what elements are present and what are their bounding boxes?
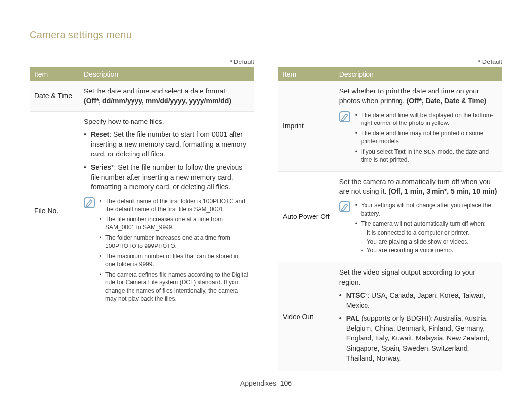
col-header-description: Description <box>79 67 254 81</box>
table-row: Date & Time Set the date and time and se… <box>30 81 254 111</box>
col-header-item: Item <box>30 67 79 81</box>
note-fragment: The camera will not automatically turn o… <box>361 220 486 227</box>
note-item: The camera defines file names according … <box>100 271 249 303</box>
note-list: The default name of the first folder is … <box>100 197 249 305</box>
divider <box>30 44 502 44</box>
note-item: The date and time will be displayed on t… <box>355 111 498 127</box>
left-column: * Default Item Description Date & Time S… <box>30 58 254 371</box>
list-item: Reset: Set the file number to start from… <box>84 129 249 159</box>
note-list: Your settings will not change after you … <box>355 201 498 257</box>
footer-section: Appendixes <box>240 379 276 387</box>
note-icon <box>84 197 95 208</box>
list-item: Series*: Set the file number to follow t… <box>84 162 249 192</box>
options-text: (Off*, Date, Date & Time) <box>407 97 487 105</box>
note-box: Your settings will not change after you … <box>339 201 498 257</box>
dash-item: You are recording a voice memo. <box>361 247 498 254</box>
note-list: The date and time will be displayed on t… <box>355 111 498 166</box>
settings-table-right: Item Description Imprint Set whether to … <box>278 67 502 371</box>
item-cell-video-out: Video Out <box>278 262 334 371</box>
desc-text: Set the date and time and select a date … <box>84 87 227 95</box>
desc-cell-video-out: Set the video signal output according to… <box>334 262 502 371</box>
desc-cell-auto-power: Set the camera to automatically turn off… <box>334 171 502 262</box>
note-fragment: Text <box>394 148 406 155</box>
option-text: *: Set the file number to follow the pre… <box>91 163 242 191</box>
note-item: If you select Text in the SCN mode, the … <box>355 148 498 163</box>
content-columns: * Default Item Description Date & Time S… <box>30 58 502 371</box>
options-text: (Off, 1 min, 3 min*, 5 min, 10 min) <box>388 187 497 195</box>
page-title: Camera settings menu <box>30 30 502 41</box>
option-label: Series <box>91 163 111 171</box>
note-fragment: in the <box>406 148 424 155</box>
item-cell-date-time: Date & Time <box>30 81 79 111</box>
option-label: Reset <box>91 130 109 138</box>
note-box: The date and time will be displayed on t… <box>339 111 498 166</box>
note-item: The file number increases one at a time … <box>100 216 249 231</box>
desc-cell-imprint: Set whether to print the date and time o… <box>334 81 502 171</box>
note-item: The default name of the first folder is … <box>100 197 249 213</box>
intro-text: Specify how to name files. <box>84 118 164 125</box>
settings-table-left: Item Description Date & Time Set the dat… <box>30 67 254 310</box>
options-text: (Off*, dd/mm/yyyy, mm/dd/yyyy, yyyy/mm/d… <box>84 97 231 105</box>
option-text: : Set the file number to start from 0001… <box>91 130 246 158</box>
item-cell-auto-power: Auto Power Off <box>278 171 334 262</box>
list-item: NTSC*: USA, Canada, Japan, Korea, Taiwan… <box>339 290 498 310</box>
note-item: The date and time may not be printed on … <box>355 129 498 145</box>
option-text: (supports only BDGHI): Australia, Austri… <box>346 314 490 362</box>
footer: Appendixes 106 <box>0 379 532 387</box>
table-row: Auto Power Off Set the camera to automat… <box>278 171 502 262</box>
option-text: *: USA, Canada, Japan, Korea, Taiwan, Me… <box>346 291 486 309</box>
note-item: The maximum number of files that can be … <box>100 252 249 268</box>
right-column: * Default Item Description Imprint Set w… <box>278 58 502 371</box>
item-cell-imprint: Imprint <box>278 81 334 171</box>
note-item: The camera will not automatically turn o… <box>355 220 498 255</box>
note-item: The folder number increases one at a tim… <box>100 234 249 249</box>
desc-cell-date-time: Set the date and time and select a date … <box>79 81 254 111</box>
table-row: File No. Specify how to name files. Rese… <box>30 111 254 310</box>
note-fragment: If you select <box>361 148 394 155</box>
option-label: PAL <box>346 314 360 322</box>
table-row: Video Out Set the video signal output ac… <box>278 262 502 371</box>
note-icon <box>339 111 350 122</box>
col-header-item: Item <box>278 67 334 81</box>
desc-text: Set the video signal output according to… <box>339 268 475 286</box>
option-label: NTSC <box>346 291 365 299</box>
note-box: The default name of the first folder is … <box>84 197 249 305</box>
note-item: Your settings will not change after you … <box>355 201 498 217</box>
col-header-description: Description <box>334 67 502 81</box>
list-item: PAL (supports only BDGHI): Australia, Au… <box>339 313 498 363</box>
table-row: Imprint Set whether to print the date an… <box>278 81 502 171</box>
note-fragment: SCN <box>424 148 436 155</box>
dash-list: It is connected to a computer or printer… <box>361 229 498 255</box>
dash-item: It is connected to a computer or printer… <box>361 229 498 237</box>
footer-page-number: 106 <box>280 379 292 387</box>
dash-item: You are playing a slide show or videos. <box>361 238 498 246</box>
desc-cell-file-no: Specify how to name files. Reset: Set th… <box>79 111 254 310</box>
default-note-right: * Default <box>278 58 502 65</box>
item-cell-file-no: File No. <box>30 111 79 310</box>
note-icon <box>339 201 350 212</box>
default-note-left: * Default <box>30 58 254 65</box>
